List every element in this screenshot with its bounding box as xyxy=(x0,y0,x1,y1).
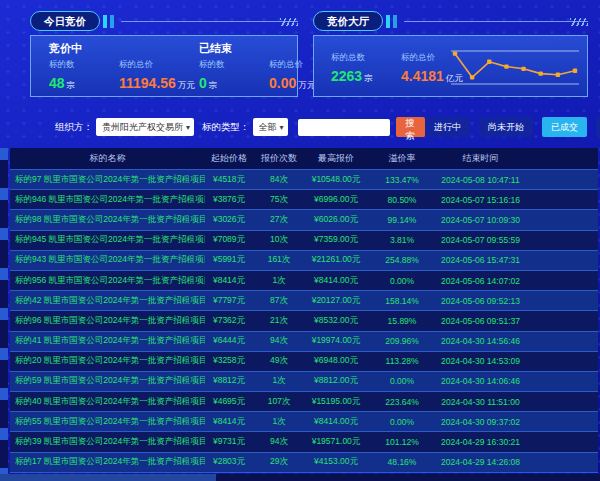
table-row[interactable]: 标的20 凯里市国资公司2024年第一批资产招租项目 ¥3258元 49次 ¥6… xyxy=(10,351,598,371)
cell-name: 标的39 凯里市国资公司2024年第一批资产招租项目 xyxy=(10,436,205,448)
cell-bid-count: 1次 xyxy=(253,416,305,428)
table-row[interactable]: 标的97 凯里市国资公司2024年第一批资产招租项目 ¥4518元 84次 ¥1… xyxy=(10,169,598,189)
cell-premium-rate: 0.00% xyxy=(367,376,437,386)
cell-start-price: ¥8414元 xyxy=(205,416,253,428)
cell-start-price: ¥8414元 xyxy=(205,275,253,287)
table-row[interactable]: 标的17 凯里市国资公司2024年第一批资产招租项目 ¥2803元 29次 ¥4… xyxy=(10,452,598,472)
cell-bid-count: 1次 xyxy=(253,375,305,387)
cell-start-price: ¥9731元 xyxy=(205,436,253,448)
cell-premium-rate: 209.96% xyxy=(367,336,437,346)
search-input[interactable] xyxy=(298,119,390,136)
hall-tab-row: 竞价大厅 xyxy=(313,10,588,32)
cell-bid-count: 75次 xyxy=(253,194,305,206)
cell-name: 标的945 凯里市国资公司2024年第一批资产招租项目 xyxy=(10,234,205,246)
table-row[interactable]: 标的943 凯里市国资公司2024年第一批资产招租项目 ¥5991元 161次 … xyxy=(10,250,598,270)
cell-name: 标的956 凯里市国资公司2024年第一批资产招租项目 xyxy=(10,275,205,287)
status-filter-group: 进行中尚未开始已成交体验大厅 xyxy=(425,117,600,137)
cell-highest-bid: ¥4153.00元 xyxy=(305,456,367,468)
type-select[interactable]: 全部 ▾ xyxy=(253,118,288,136)
cell-premium-rate: 113.28% xyxy=(367,356,437,366)
table-row[interactable]: 标的55 凯里市国资公司2024年第一批资产招租项目 ¥8414元 1次 ¥84… xyxy=(10,411,598,431)
in-progress-title: 竞价中 xyxy=(49,41,161,56)
status-filter-button[interactable]: 已成交 xyxy=(542,117,587,137)
header-premium-rate: 溢价率 xyxy=(367,152,437,165)
header-highest-bid: 最高报价 xyxy=(305,152,367,165)
cell-highest-bid: ¥8532.00元 xyxy=(305,315,367,327)
cell-end-time: 2024-05-07 15:16:16 xyxy=(437,195,598,205)
today-tab-row: 今日竞价 xyxy=(30,10,298,32)
cell-name: 标的96 凯里市国资公司2024年第一批资产招租项目 xyxy=(10,315,205,327)
chevron-down-icon: ▾ xyxy=(280,123,284,132)
table-row[interactable]: 标的946 凯里市国资公司2024年第一批资产招租项目 ¥3876元 75次 ¥… xyxy=(10,189,598,209)
cell-end-time: 2024-04-30 14:56:46 xyxy=(437,336,598,346)
slashes-icon xyxy=(570,18,588,26)
cell-name: 标的20 凯里市国资公司2024年第一批资产招租项目 xyxy=(10,355,205,367)
today-bidding-section: 今日竞价 竞价中 标的数 48宗 标的总价 11194.56万元 xyxy=(30,10,298,97)
organizer-select[interactable]: 贵州阳光产权交易所 ▾ xyxy=(96,118,194,136)
cell-end-time: 2024-04-29 16:30:21 xyxy=(437,437,598,447)
cell-start-price: ¥7362元 xyxy=(205,315,253,327)
cell-bid-count: 27次 xyxy=(253,214,305,226)
total-count-label: 标的总数 xyxy=(331,52,393,64)
status-filter-button[interactable]: 进行中 xyxy=(425,117,470,137)
filter-bar: 组织方： 贵州阳光产权交易所 ▾ 标的类型： 全部 ▾ 搜索 进行中尚未开始已成… xyxy=(0,114,600,140)
hall-stats-panel: 标的总数 2263宗 标的总价 4.4181亿元 xyxy=(313,35,588,97)
cell-bid-count: 1次 xyxy=(253,275,305,287)
cell-highest-bid: ¥19974.00元 xyxy=(305,335,367,347)
cell-bid-count: 87次 xyxy=(253,295,305,307)
cell-bid-count: 84次 xyxy=(253,174,305,186)
cell-end-time: 2024-04-30 14:53:09 xyxy=(437,356,598,366)
table-row[interactable]: 标的96 凯里市国资公司2024年第一批资产招租项目 ¥7362元 21次 ¥8… xyxy=(10,310,598,330)
cell-premium-rate: 15.89% xyxy=(367,316,437,326)
header-name: 标的名称 xyxy=(10,152,205,165)
cell-end-time: 2024-04-29 14:26:08 xyxy=(437,457,598,467)
cell-highest-bid: ¥6996.00元 xyxy=(305,194,367,206)
count-label: 标的数 xyxy=(199,59,261,71)
table-row[interactable]: 标的39 凯里市国资公司2024年第一批资产招租项目 ¥9731元 94次 ¥1… xyxy=(10,431,598,451)
count-value: 48宗 xyxy=(49,74,111,92)
cell-highest-bid: ¥10548.00元 xyxy=(305,174,367,186)
cell-bid-count: 29次 xyxy=(253,456,305,468)
table-row[interactable]: 标的956 凯里市国资公司2024年第一批资产招租项目 ¥8414元 1次 ¥8… xyxy=(10,270,598,290)
decor-bar-icon xyxy=(110,15,114,28)
cell-end-time: 2024-05-06 09:51:37 xyxy=(437,316,598,326)
cell-end-time: 2024-05-07 10:09:30 xyxy=(437,215,598,225)
cell-start-price: ¥3876元 xyxy=(205,194,253,206)
status-filter-button[interactable]: 尚未开始 xyxy=(479,117,533,137)
cell-highest-bid: ¥6948.00元 xyxy=(305,355,367,367)
cell-name: 标的943 凯里市国资公司2024年第一批资产招租项目 xyxy=(10,254,205,266)
cell-name: 标的59 凯里市国资公司2024年第一批资产招租项目 xyxy=(10,375,205,387)
cell-start-price: ¥5991元 xyxy=(205,254,253,266)
cell-bid-count: 21次 xyxy=(253,315,305,327)
cell-name: 标的98 凯里市国资公司2024年第一批资产招租项目 xyxy=(10,214,205,226)
tab-today-bidding[interactable]: 今日竞价 xyxy=(30,11,100,31)
table-row[interactable]: 标的98 凯里市国资公司2024年第一批资产招租项目 ¥3026元 27次 ¥6… xyxy=(10,209,598,229)
cell-premium-rate: 99.14% xyxy=(367,215,437,225)
cell-start-price: ¥4695元 xyxy=(205,396,253,408)
horizontal-scrollbar[interactable] xyxy=(0,474,600,481)
bidding-hall-section: 竞价大厅 标的总数 2263宗 标的总价 4.4181亿元 xyxy=(313,10,588,97)
cell-highest-bid: ¥8414.00元 xyxy=(305,275,367,287)
decor-bar-icon xyxy=(386,15,390,28)
table-row[interactable]: 标的42 凯里市国资公司2024年第一批资产招租项目 ¥7797元 87次 ¥2… xyxy=(10,290,598,310)
tab-bidding-hall[interactable]: 竞价大厅 xyxy=(313,11,383,31)
cell-premium-rate: 0.00% xyxy=(367,417,437,427)
in-progress-stats: 竞价中 标的数 48宗 标的总价 11194.56万元 xyxy=(31,36,161,96)
cell-bid-count: 161次 xyxy=(253,254,305,266)
cell-end-time: 2024-04-30 14:06:46 xyxy=(437,376,598,386)
table-row[interactable]: 标的945 凯里市国资公司2024年第一批资产招租项目 ¥7089元 10次 ¥… xyxy=(10,230,598,250)
cell-end-time: 2024-05-06 15:47:31 xyxy=(437,255,598,265)
status-filter-button[interactable]: 体验大厅 xyxy=(596,117,600,137)
search-button[interactable]: 搜索 xyxy=(396,117,426,137)
cell-name: 标的97 凯里市国资公司2024年第一批资产招租项目 xyxy=(10,174,205,186)
table-row[interactable]: 标的40 凯里市国资公司2024年第一批资产招租项目 ¥4695元 107次 ¥… xyxy=(10,391,598,411)
bidding-dashboard: 今日竞价 竞价中 标的数 48宗 标的总价 11194.56万元 xyxy=(0,0,600,481)
cell-name: 标的946 凯里市国资公司2024年第一批资产招租项目 xyxy=(10,194,205,206)
cell-end-time: 2024-05-06 09:52:13 xyxy=(437,296,598,306)
vertical-scrollbar[interactable] xyxy=(0,148,8,474)
organizer-label: 组织方： xyxy=(55,121,93,134)
cell-bid-count: 49次 xyxy=(253,355,305,367)
table-row[interactable]: 标的59 凯里市国资公司2024年第一批资产招租项目 ¥8812元 1次 ¥88… xyxy=(10,371,598,391)
table-row[interactable]: 标的41 凯里市国资公司2024年第一批资产招租项目 ¥6444元 94次 ¥1… xyxy=(10,331,598,351)
auction-table: 标的名称 起始价格 报价次数 最高报价 溢价率 结束时间 标的97 凯里市国资公… xyxy=(10,148,598,473)
